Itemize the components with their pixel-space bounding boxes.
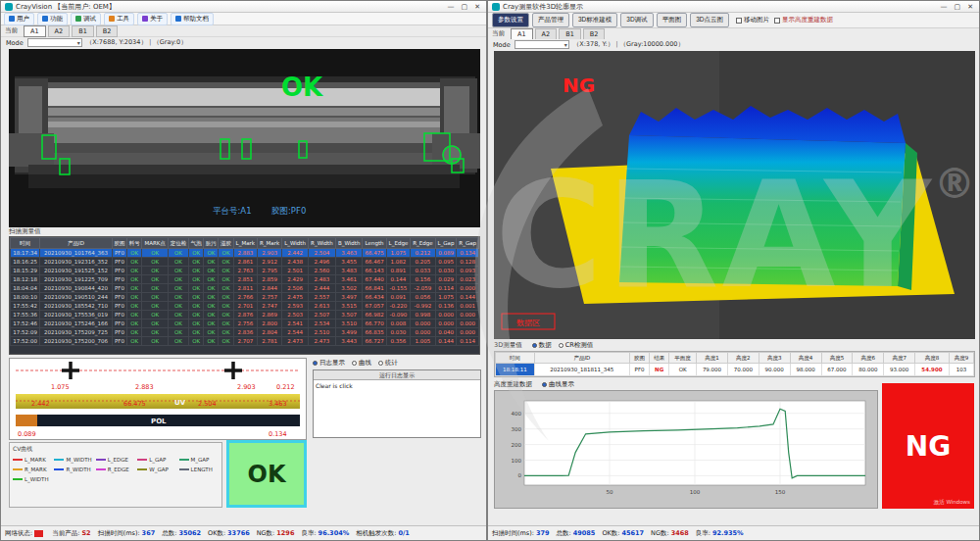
column-header: 产品ID [40,238,113,249]
table-row[interactable]: 17:55:4220210930_185542_710PF0OKOKOKOKOK… [11,302,479,311]
legend-item[interactable]: R_EDGE [96,467,135,472]
3d-table-title: 3D测量值 [494,341,522,350]
menu-help[interactable]: 帮助文档 [171,13,214,25]
platform-tab[interactable]: A2 [535,28,558,40]
toolbar-button[interactable]: 3D点云图 [690,13,729,27]
column-header: L_Width [282,238,309,249]
svg-text:2.883: 2.883 [135,383,154,391]
table-row[interactable]: 18:16:2520210930_192316_352PF0OKOKOKOKOK… [11,258,479,267]
table-row[interactable]: 18:15:2920210930_191525_152PF0OKOKOKOKOK… [11,267,479,275]
data-zone-label: 数据区 [516,319,540,327]
minimize-button[interactable]: — [448,3,455,11]
column-header: 高度3 [759,353,790,364]
legend-item[interactable]: L_GAP [137,457,176,463]
toolbar-checkbox[interactable]: 显示高度重建数据 [774,16,833,25]
table-row[interactable]: 17:52:0920210930_175209_725PF0OKOKOKOKOK… [11,328,479,337]
minimize-button[interactable]: — [941,3,948,11]
radio-option[interactable]: 日志显示 [313,359,345,368]
legend-swatch [137,468,147,470]
camera-view[interactable]: OK 平台号:A1 胶图:PF0 [9,49,480,227]
table-row[interactable]: 18:12:1820210930_191225_709PF0OKOKOKOKOK… [11,275,479,284]
table-row[interactable]: 17:52:0020210930_175200_706PF0OKOKOKOKOK… [11,337,479,346]
legend-item[interactable]: L_EDGE [96,457,135,463]
platform-tab[interactable]: A1 [24,25,46,37]
column-header: R_Edge [411,238,435,249]
platform-tab[interactable]: B2 [96,25,119,37]
table-row[interactable]: 18:04:0420210930_190844_420PF0OKOKOKOKOK… [11,284,479,293]
curve-display-radio[interactable]: 曲线显示 [542,380,574,389]
svg-text:66.475: 66.475 [123,400,146,408]
maximize-button[interactable]: ▢ [462,3,468,11]
legend-item[interactable]: M_WIDTH [54,457,93,463]
mode-select[interactable]: ▾ [27,38,82,47]
status-item: 良率: 92.935% [696,529,744,538]
status-item: 相机触发次数: 0/1 [356,529,410,538]
legend-item[interactable]: R_MARK [13,467,52,472]
legend-swatch [13,478,23,480]
radio-option[interactable]: 统计 [378,359,398,368]
height-chart-plot: 010020030040050100150 [495,391,877,508]
svg-text:0.089: 0.089 [18,430,36,438]
legend-item[interactable]: LENGTH [179,467,219,472]
table-row[interactable]: 17:52:4620210930_175246_166PF0OKOKOKOKOK… [11,320,479,328]
radio-option[interactable]: 曲线 [352,359,371,368]
svg-text:100: 100 [690,489,701,495]
network-status-swatch [34,530,43,537]
status-item: 总数: 35062 [162,529,201,538]
status-item: 当前产品: S2 [52,529,90,538]
help-doc-icon [175,16,181,22]
mode-row: Mode ▾ （X:7688, Y:2034）｜（Gray:0） [1,37,486,48]
menu-function[interactable]: 功能 [37,13,68,25]
legend-item[interactable]: M_GAP [179,457,219,463]
log-content[interactable]: Clear is click [314,380,480,391]
column-header: 结果 [650,353,669,364]
column-header: 时间 [496,353,535,364]
platform-tab[interactable]: B1 [559,28,581,40]
menu-user[interactable]: 用户 [4,13,34,25]
toolbar-button[interactable]: 平面图 [657,13,688,27]
toolbar-button[interactable]: 产品管理 [532,13,569,27]
menu-about[interactable]: 关于 [137,13,168,25]
radio-option[interactable]: 数据 [532,341,552,350]
toolbar-button[interactable]: 3D标准建模 [572,13,617,27]
platform-tab[interactable]: B2 [583,28,606,40]
platform-tab[interactable]: B1 [72,25,94,37]
legend-item[interactable]: W_GAP [137,467,176,472]
legend-item[interactable]: L_MARK [13,457,52,463]
table-row[interactable]: 18:17:3420210930_101764_363PF0OKOKOKOKOK… [11,249,479,258]
toolbar: 参数设置产品管理3D标准建模3D调试平面图3D点云图 移动图片 显示高度重建数据 [488,13,979,28]
toolbar-button[interactable]: 参数设置 [492,13,529,27]
radio-option[interactable]: CR检测值 [559,341,594,350]
toolbar-checkbox[interactable]: 移动图片 [736,16,769,25]
column-header: 胶图 [112,238,126,249]
app-icon [5,3,13,11]
column-header: 时间 [11,238,40,249]
radio-icon [313,361,318,366]
platform-tab[interactable]: A2 [48,25,71,37]
column-header: 高度1 [697,353,728,364]
table-row[interactable]: 18:18:1120210930_181811_345PF0NGOK79.000… [496,364,974,376]
close-button[interactable]: ✕ [474,3,480,11]
log-panel: 日志显示 曲线 统计 运行日志显示 Clear is click [313,358,481,440]
menu-tools[interactable]: 工具 [104,13,134,25]
uv-label: UV [174,399,186,407]
function-icon [42,16,48,22]
legend-swatch [54,459,64,461]
window-title: CrayVision 【当前用户: OEM】 [16,2,445,12]
legend-item[interactable]: R_WIDTH [54,467,93,472]
platform-tab[interactable]: A1 [511,28,533,40]
log-view-radios: 日志显示 曲线 统计 [313,358,481,369]
menu-debug[interactable]: 调试 [71,13,101,25]
toolbar-button[interactable]: 3D调试 [620,13,653,27]
table-row[interactable]: 17:55:3620210930_175536_019PF0OKOKOKOKOK… [11,311,479,320]
3d-view[interactable]: NG 数据区 [494,51,975,339]
legend-item[interactable]: L_WIDTH [13,476,52,482]
close-button[interactable]: ✕ [967,3,973,11]
table-row[interactable]: 18:00:1020210930_190510_244PF0OKOKOKOKOK… [11,293,479,302]
menubar: 用户 功能 调试 工具 关于 帮助文档 [1,13,486,25]
tabs-current-label: 当前 [492,29,505,38]
3d-render: NG 数据区 [494,51,975,339]
mode-select[interactable]: ▾ [514,40,569,49]
maximize-button[interactable]: ▢ [955,3,961,11]
platform-caption: 平台号:A1 [213,206,252,216]
